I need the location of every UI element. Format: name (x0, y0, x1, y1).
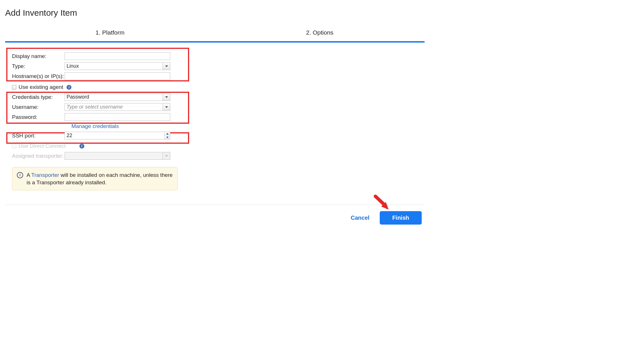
svg-marker-6 (375, 196, 387, 209)
spinner-up-icon[interactable] (165, 132, 170, 136)
credentials-type-select[interactable]: Password (65, 93, 170, 101)
svg-marker-3 (166, 133, 169, 135)
assigned-transporter-select (65, 152, 170, 160)
ssh-port-spinner[interactable]: 22 (65, 132, 170, 139)
password-input[interactable] (65, 113, 170, 121)
label-password: Password: (5, 114, 65, 120)
notice-text: A Transporter will be installed on each … (27, 171, 173, 186)
chevron-down-icon[interactable] (163, 93, 170, 101)
label-display-name: Display name: (5, 53, 65, 59)
svg-marker-4 (166, 137, 169, 138)
chevron-down-icon (163, 152, 170, 159)
manage-credentials-link[interactable]: Manage credentials (71, 123, 119, 129)
label-credentials-type: Credentials type: (5, 94, 65, 100)
use-existing-agent-checkbox[interactable] (12, 85, 16, 89)
svg-marker-2 (165, 106, 168, 108)
step-bar: 1. Platform 2. Options (5, 29, 425, 41)
label-username: Username: (5, 104, 65, 110)
chevron-down-icon[interactable] (163, 103, 170, 111)
finish-button[interactable]: Finish (380, 211, 422, 225)
username-combo[interactable]: Type or select username (65, 103, 170, 111)
step-underline (5, 41, 425, 43)
use-direct-connect-checkbox (12, 144, 16, 148)
cancel-button[interactable]: Cancel (349, 212, 372, 224)
username-placeholder: Type or select username (67, 104, 123, 110)
hostnames-input[interactable] (65, 72, 170, 80)
svg-marker-0 (165, 65, 168, 67)
transporter-link[interactable]: Transporter (31, 172, 59, 178)
info-icon[interactable]: i (67, 85, 71, 90)
form-area: Display name: Type: Linux Hostname(s) or… (5, 49, 191, 190)
spinner-down-icon[interactable] (165, 136, 170, 139)
page-title: Add Inventory Item (5, 8, 425, 18)
notice-text-a: A (27, 172, 31, 178)
label-use-direct-connect: Use Direct Connect (19, 143, 66, 149)
annotation-arrow-icon (374, 195, 390, 212)
label-hostnames: Hostname(s) or IP(s): (5, 73, 65, 79)
step-options[interactable]: 2. Options (215, 29, 425, 41)
credentials-type-value: Password (67, 94, 89, 100)
label-ssh-port: SSH port: (5, 133, 65, 139)
info-notice: i A Transporter will be installed on eac… (12, 167, 178, 190)
chevron-down-icon[interactable] (163, 63, 170, 70)
svg-marker-7 (381, 202, 389, 209)
ssh-port-value: 22 (67, 133, 72, 139)
label-use-existing-agent: Use existing agent (19, 84, 63, 90)
info-icon[interactable]: i (79, 144, 84, 149)
svg-marker-1 (165, 96, 168, 98)
svg-marker-5 (165, 155, 168, 157)
label-type: Type: (5, 63, 65, 69)
type-select[interactable]: Linux (65, 62, 170, 70)
step-platform[interactable]: 1. Platform (5, 29, 215, 41)
type-select-value: Linux (67, 63, 79, 69)
info-icon: i (17, 172, 23, 178)
footer-buttons: Cancel Finish (5, 205, 425, 231)
label-assigned-transporter: Assigned transporter: (5, 153, 65, 159)
display-name-input[interactable] (65, 52, 170, 60)
